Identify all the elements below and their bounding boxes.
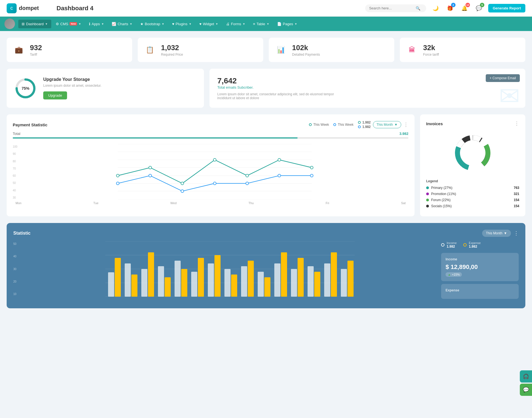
invoices-more-button[interactable]: ⋮	[514, 120, 519, 127]
legend-title: Legend	[426, 179, 519, 183]
more-options-button[interactable]: ⋮	[403, 122, 408, 128]
nav-item-cms[interactable]: ⚙ CMS New ▼	[52, 20, 85, 28]
legend-promotion-left: Promotion (11%)	[426, 192, 456, 196]
svg-point-11	[149, 166, 152, 169]
svg-rect-37	[131, 275, 137, 297]
nav-item-pages[interactable]: 📄 Pages ▼	[274, 20, 301, 28]
generate-report-button[interactable]: Generate Report	[488, 4, 525, 12]
this-month-button[interactable]: This Month ▼	[373, 121, 401, 128]
svg-rect-60	[324, 263, 330, 297]
svg-point-21	[246, 182, 249, 185]
filter-dot-blue	[333, 123, 336, 126]
svg-rect-52	[258, 272, 264, 297]
moon-btn[interactable]: 🌙	[431, 3, 441, 13]
y-axis: 100 90 80 70 60 50 40 30	[13, 144, 17, 200]
email-desc: Lorem ipsum dolor sit amet, consectetur …	[217, 92, 345, 100]
nav-item-charts[interactable]: 📈 Charts ▼	[108, 20, 135, 28]
svg-rect-59	[314, 272, 320, 297]
legend-item-socials: Socials (15%) 154	[426, 204, 519, 208]
search-input[interactable]	[369, 6, 413, 10]
this-month-label: This Month	[377, 123, 393, 127]
payment-title: Payment Statistic	[13, 122, 47, 127]
bar-chart-area: 50 40 30 20 10	[13, 241, 436, 297]
plugins-icon: ♥	[172, 22, 174, 26]
x-label-mon: Mon	[16, 201, 21, 205]
svg-rect-61	[331, 252, 337, 297]
legend-primary-dot	[426, 186, 429, 189]
forms-icon: 🖨	[226, 22, 230, 26]
legend-forum-label: Forum (22%)	[431, 198, 451, 202]
storage-info: Upgrade Your Storage Lorem ipsum dolor s…	[43, 77, 101, 99]
statistic-charts: 50 40 30 20 10	[13, 241, 519, 302]
y-stat-40: 40	[13, 255, 16, 258]
email-bg-icon: ✉	[499, 81, 520, 108]
nav-item-dashboard[interactable]: ⊞ Dashboard ▼	[18, 20, 51, 28]
total-value: 3.982	[399, 132, 408, 136]
logo: c dompet	[7, 3, 51, 13]
income-card: Income $ 12,890,00 ▲ +15%	[441, 253, 519, 281]
svg-rect-63	[347, 261, 354, 297]
nav-item-table[interactable]: ≡ Table ▼	[250, 20, 273, 28]
upgrade-button[interactable]: Upgrade	[43, 91, 67, 99]
nav-avatar	[4, 19, 15, 29]
svg-rect-39	[148, 252, 154, 297]
expense-label: Expense	[469, 241, 481, 245]
moon-icon: 🌙	[433, 5, 439, 11]
nav-item-plugins[interactable]: ♥ Plugins ▼	[169, 20, 195, 28]
nav-item-forms[interactable]: 🖨 Forms ▼	[223, 20, 249, 28]
income-legend-expense: Expense 1.982	[463, 241, 481, 248]
email-card: + Compose Email 7,642 Total emails Subcr…	[209, 69, 525, 108]
chevron-down-icon-pages: ▼	[295, 22, 297, 25]
chat-btn[interactable]: 💬 5	[474, 3, 484, 13]
pages-icon: 📄	[277, 22, 282, 26]
nav-apps-label: Apps	[92, 22, 100, 26]
legend-forum-dot	[426, 199, 429, 201]
svg-rect-48	[224, 269, 231, 297]
filter1-value: 1.982	[362, 120, 371, 124]
svg-rect-55	[281, 252, 287, 297]
storage-donut: 75%	[14, 77, 37, 99]
svg-rect-54	[274, 263, 280, 297]
svg-rect-50	[241, 266, 247, 297]
payments-info: 102k Detalled Payments	[292, 43, 320, 57]
nav-cms-label: CMS	[60, 22, 68, 26]
x-label-fri: Fri	[326, 201, 329, 205]
svg-point-18	[149, 174, 152, 177]
table-icon: ≡	[253, 22, 255, 26]
middle-row: 75% Upgrade Your Storage Lorem ipsum dol…	[7, 69, 525, 108]
logo-text: dompet	[19, 5, 39, 11]
filter-value-2: 1.982	[358, 125, 371, 129]
statistic-this-month-button[interactable]: This Month ▼	[482, 230, 511, 237]
income-badge: ▲ +15%	[446, 272, 462, 277]
chevron-down-icon-widget: ▼	[216, 22, 218, 25]
required-price-icon: 📋	[143, 43, 157, 57]
gift-btn[interactable]: 🎁 2	[445, 3, 455, 13]
statistic-bar-chart	[19, 241, 441, 297]
svg-point-13	[213, 158, 216, 161]
page-title: Dashboard 4	[57, 5, 365, 12]
search-bar: 🔍	[365, 4, 426, 12]
legend-socials-label: Socials (15%)	[431, 204, 452, 208]
nav-dashboard-label: Dashboard	[26, 22, 44, 26]
tariff-icon: 💼	[12, 43, 25, 57]
tariff-label: Tariff	[30, 53, 42, 57]
tariff-info: 932 Tariff	[30, 43, 42, 57]
nav-charts-label: Charts	[117, 22, 128, 26]
chat-badge: 5	[480, 3, 484, 7]
compose-email-button[interactable]: + Compose Email	[486, 74, 520, 82]
navbar: ⊞ Dashboard ▼ ⚙ CMS New ▼ ℹ Apps ▼ 📈 Cha…	[0, 17, 532, 31]
bell-btn[interactable]: 🔔 12	[459, 3, 469, 13]
gift-badge: 2	[451, 3, 456, 7]
svg-point-23	[310, 174, 313, 177]
required-price-info: 1,032 Required Price	[161, 43, 183, 57]
nav-item-apps[interactable]: ℹ Apps ▼	[86, 20, 108, 28]
svg-rect-56	[291, 269, 297, 297]
charts-row: Payment Statistic This Week This Week	[7, 114, 525, 216]
nav-item-widget[interactable]: ♥ Widget ▼	[196, 20, 221, 28]
legend-promotion-dot	[426, 193, 429, 195]
statistic-more-button[interactable]: ⋮	[514, 230, 519, 236]
nav-item-bootstrap[interactable]: ★ Bootstrap ▼	[137, 20, 168, 28]
chevron-down-icon-month: ▼	[394, 123, 398, 127]
filter-val-dot-blue	[358, 125, 361, 128]
nav-pages-label: Pages	[283, 22, 293, 26]
